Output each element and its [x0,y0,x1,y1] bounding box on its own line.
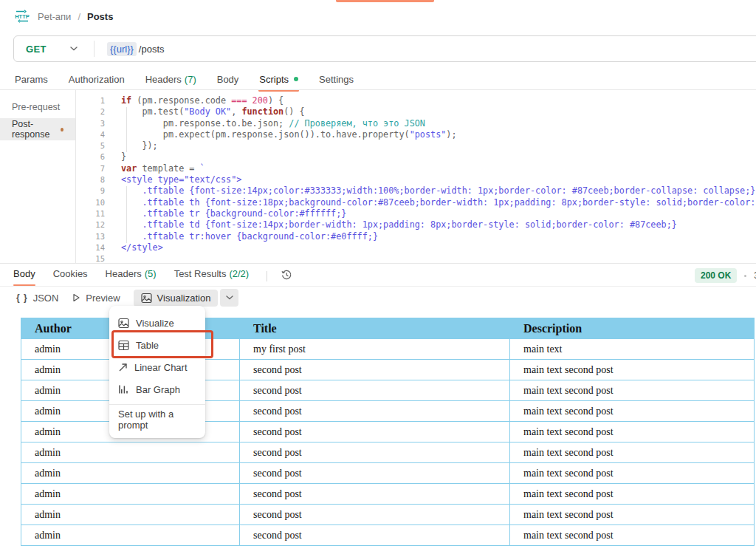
response-tab-cookies[interactable]: Cookies [53,268,88,284]
request-tab-params[interactable]: Params [15,73,48,89]
view-tab-label: JSON [33,293,59,304]
code-line: 13 .tftable tr:hover {background-color:#… [77,231,756,242]
code-text: .tftable tr {background-color:#ffffff;} [115,208,346,219]
breadcrumb-collection[interactable]: Pet-апи [38,11,71,22]
request-tab-body[interactable]: Body [217,73,239,89]
tab-label: Scripts [259,74,289,85]
request-tab-authorization[interactable]: Authorization [69,73,125,89]
line-number: 12 [77,219,115,230]
url-input[interactable]: {{url}} /posts [107,42,756,56]
code-line: 12 .tftable td {font-size:14px;border-wi… [77,219,756,230]
history-button[interactable] [281,269,292,284]
table-cell: main text second post [510,401,755,422]
line-number: 10 [77,197,115,208]
indent-guide [126,186,127,243]
table-row: adminsecond postmain text second post [21,484,755,505]
menu-item-table[interactable]: Table [109,334,205,356]
response-status: 200 OK 3 [695,268,756,283]
view-tab-preview[interactable]: Preview [72,293,120,304]
menu-item-set-up-with-a-prompt[interactable]: Set up with a prompt [109,409,205,431]
active-app-tab-indicator [336,0,434,2]
tab-label: Params [15,74,48,85]
table-row: adminsecond postmain text second post [21,463,755,484]
response-tab-body[interactable]: Body [13,268,35,284]
history-icon [281,269,292,281]
tab-count: (7) [185,74,196,85]
view-tab-label: Visualization [157,293,211,304]
code-text [115,253,121,263]
divider [0,263,756,264]
code-line: 11 .tftable tr {background-color:#ffffff… [77,208,756,219]
code-line: 6} [77,151,756,163]
url-path: /posts [139,44,165,55]
tab-label: Body [13,268,35,279]
view-tab-visualization[interactable]: Visualization [134,290,219,307]
menu-item-linear-chart[interactable]: Linear Chart [109,356,205,378]
code-text: if (pm.response.code === 200) { [115,95,284,106]
code-text: .tftable td {font-size:14px;border-width… [115,219,677,230]
script-sidebar-item-pre-request[interactable]: Pre-request [0,96,75,118]
http-request-icon: HTTP [13,10,31,23]
code-text: pm.response.to.be.json; // Проверяем, чт… [115,118,425,129]
code-line: 4 pm.expect(pm.response.json()).to.have.… [77,129,756,140]
table-cell: second post [240,484,510,505]
table-cell: main text second post [510,484,755,505]
tab-label: Authorization [69,74,125,85]
table-cell: admin [21,484,240,505]
table-cell: second post [240,380,510,401]
menu-item-label: Set up with a prompt [118,409,196,431]
script-sidebar-item-post-response[interactable]: Post-response [0,118,75,140]
image-icon [118,318,129,329]
status-separator-dot [744,275,746,277]
line-number: 9 [77,185,115,197]
code-line: 15 [77,253,756,263]
request-tab-headers[interactable]: Headers(7) [145,73,196,89]
table-cell: admin [21,442,240,463]
table-icon [118,340,129,351]
tab-label: Test Results [174,268,227,279]
response-view-toolbar: { }JSONPreviewVisualization [16,289,238,307]
request-tab-scripts[interactable]: Scripts [259,73,298,89]
table-cell: second post [240,442,510,463]
table-cell: main text second post [510,360,755,380]
breadcrumb-request-name[interactable]: Posts [87,11,113,22]
method-label: GET [26,44,60,55]
view-tab-json[interactable]: { }JSON [16,293,58,304]
menu-item-label: Linear Chart [134,362,188,373]
sidebar-item-label: Post-response [12,119,55,140]
menu-separator [109,404,205,405]
tab-label: Cookies [53,268,88,279]
table-cell: second post [240,505,510,525]
table-row: adminsecond postmain text second post [21,505,755,525]
status-badge: 200 OK [695,268,737,283]
menu-item-label: Visualize [136,318,174,329]
menu-item-bar-graph[interactable]: Bar Graph [109,378,205,400]
method-selector[interactable]: GET [14,44,78,55]
line-number: 3 [77,118,115,129]
script-sidebar: Pre-requestPost-response [0,90,76,263]
braces-icon: { } [16,293,28,303]
code-line: 14</style> [77,242,756,253]
menu-item-visualize[interactable]: Visualize [109,312,205,334]
request-url-bar: GET {{url}} /posts [13,35,756,62]
code-text: <style type="text/css"> [115,174,241,185]
code-line: 5 }); [77,140,756,151]
table-cell: main text second post [510,380,755,401]
table-row: adminsecond postmain text second post [21,442,755,463]
table-cell: my first post [240,339,510,360]
chevron-down-icon [70,47,78,51]
line-number: 4 [77,129,115,140]
line-number: 13 [77,231,115,242]
image-icon [141,293,152,304]
response-tabs: BodyCookiesHeaders(5)Test Results(2/2) [13,267,292,284]
response-tab-test-results[interactable]: Test Results(2/2) [174,268,250,284]
response-tab-headers[interactable]: Headers(5) [106,268,157,284]
indent-guide [126,107,127,152]
bars-icon [118,384,129,394]
code-line: 8<style type="text/css"> [77,174,756,185]
visualization-dropdown-button[interactable] [220,289,238,307]
line-number: 11 [77,208,115,219]
tab-label: Headers [145,74,182,85]
code-editor[interactable]: 1if (pm.response.code === 200) {2 pm.tes… [77,95,756,263]
request-tab-settings[interactable]: Settings [319,73,354,89]
